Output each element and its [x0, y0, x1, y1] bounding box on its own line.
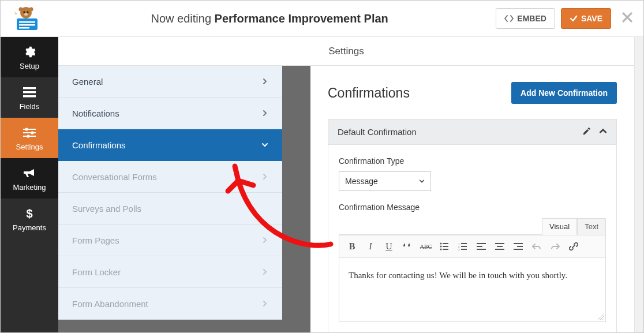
nav-item-surveys-polls[interactable]: Surveys and Polls — [58, 193, 282, 225]
sidebar-item-fields[interactable]: Fields — [1, 77, 58, 118]
bullhorn-icon — [23, 166, 36, 181]
underline-button[interactable]: U — [381, 238, 397, 255]
link-icon — [569, 242, 578, 251]
nav-label: Confirmations — [72, 140, 126, 150]
editor-content[interactable]: Thanks for contacting us! We will be in … — [339, 258, 605, 321]
confirmations-panel: Confirmations Add New Confirmation Defau… — [310, 66, 634, 332]
wpforms-logo-icon — [12, 6, 42, 31]
collapse-button[interactable] — [599, 127, 607, 137]
tab-visual[interactable]: Visual — [542, 218, 577, 235]
svg-rect-25 — [443, 249, 448, 250]
edit-button[interactable] — [582, 127, 591, 137]
italic-button[interactable]: I — [362, 238, 379, 255]
chevron-down-icon — [419, 178, 425, 184]
align-right-icon — [514, 242, 523, 250]
nav-item-general[interactable]: General — [58, 66, 282, 98]
numbered-list-button[interactable]: 123 — [455, 238, 471, 255]
page-title: Now editing Performance Improvement Plan — [43, 12, 496, 25]
close-button[interactable] — [621, 12, 633, 25]
svg-rect-11 — [23, 91, 36, 93]
chevron-right-icon — [261, 110, 268, 117]
list-icon — [23, 85, 36, 100]
svg-point-14 — [25, 128, 28, 130]
code-icon — [504, 14, 514, 23]
confirmation-card: Default Confirmation — [328, 119, 617, 332]
blockquote-button[interactable] — [399, 238, 415, 255]
bold-button[interactable]: B — [344, 238, 360, 255]
svg-rect-32 — [477, 243, 486, 244]
svg-rect-39 — [517, 246, 523, 247]
svg-rect-37 — [495, 249, 504, 250]
strikethrough-button[interactable]: ABC — [418, 238, 434, 255]
sidebar-label: Settings — [16, 143, 43, 151]
chevron-right-icon — [261, 237, 268, 244]
embed-button[interactable]: EMBED — [496, 8, 555, 29]
link-button[interactable] — [566, 238, 582, 255]
sidebar-label: Fields — [20, 102, 40, 111]
nav-item-notifications[interactable]: Notifications — [58, 98, 282, 129]
svg-rect-12 — [23, 95, 36, 98]
bullet-list-button[interactable] — [436, 238, 452, 255]
align-left-button[interactable] — [473, 238, 489, 255]
select-value: Message — [345, 177, 378, 186]
sidebar-item-payments[interactable]: $ Payments — [1, 199, 58, 239]
scrollbar[interactable] — [634, 37, 643, 332]
undo-button[interactable] — [529, 238, 545, 255]
nav-label: Form Locker — [72, 267, 121, 277]
check-icon — [570, 14, 578, 23]
svg-point-16 — [31, 131, 33, 134]
add-confirmation-button[interactable]: Add New Confirmation — [511, 82, 617, 104]
close-icon — [621, 12, 633, 23]
main: Settings General Notifications — [58, 37, 634, 332]
redo-button[interactable] — [547, 238, 563, 255]
nav-item-conversational-forms[interactable]: Conversational Forms — [58, 161, 282, 193]
svg-rect-2 — [19, 24, 35, 26]
tab-text[interactable]: Text — [577, 218, 606, 235]
svg-rect-27 — [461, 243, 467, 244]
nav-item-form-locker[interactable]: Form Locker — [58, 256, 282, 288]
resize-handle-icon[interactable] — [597, 313, 604, 320]
logo — [11, 5, 43, 32]
align-left-icon — [477, 242, 486, 250]
sidebar-item-settings[interactable]: Settings — [1, 118, 58, 158]
save-label: SAVE — [581, 14, 602, 23]
svg-text:3: 3 — [458, 248, 460, 250]
svg-point-8 — [19, 8, 23, 12]
svg-point-18 — [27, 134, 29, 137]
card-title: Default Confirmation — [338, 127, 417, 137]
embed-label: EMBED — [517, 14, 546, 23]
nav-item-form-pages[interactable]: Form Pages — [58, 225, 282, 256]
sidebar-label: Payments — [13, 223, 46, 232]
nav-label: Conversational Forms — [72, 172, 157, 182]
sidebar-item-marketing[interactable]: Marketing — [1, 158, 58, 199]
nav-label: Notifications — [72, 108, 119, 118]
svg-rect-1 — [19, 21, 35, 23]
sidebar-label: Setup — [20, 62, 39, 70]
gutter — [282, 66, 310, 332]
svg-point-22 — [440, 246, 442, 248]
nav-label: General — [72, 77, 103, 87]
quote-icon — [403, 242, 412, 250]
svg-rect-31 — [461, 249, 467, 250]
rich-text-editor: B I U ABC — [339, 234, 606, 322]
topbar: Now editing Performance Improvement Plan… — [1, 1, 643, 37]
nav-label: Surveys and Polls — [72, 204, 141, 214]
nav-item-form-abandonment[interactable]: Form Abandonment — [58, 288, 282, 320]
editor-tabs: Visual Text — [339, 218, 606, 234]
save-button[interactable]: SAVE — [561, 8, 611, 29]
svg-point-24 — [440, 249, 442, 250]
pencil-icon — [582, 127, 591, 136]
svg-rect-35 — [495, 243, 504, 244]
sidebar-item-setup[interactable]: Setup — [1, 37, 58, 77]
svg-rect-38 — [514, 243, 523, 244]
align-right-button[interactable] — [510, 238, 526, 255]
chevron-right-icon — [261, 268, 268, 275]
card-header: Default Confirmation — [328, 119, 616, 145]
confirmation-type-select[interactable]: Message — [339, 171, 431, 191]
nav-item-confirmations[interactable]: Confirmations — [58, 129, 282, 161]
sliders-icon — [23, 125, 36, 140]
svg-point-7 — [24, 13, 28, 16]
sidebar-label: Marketing — [13, 183, 46, 192]
align-center-button[interactable] — [492, 238, 508, 255]
svg-rect-36 — [497, 246, 503, 247]
